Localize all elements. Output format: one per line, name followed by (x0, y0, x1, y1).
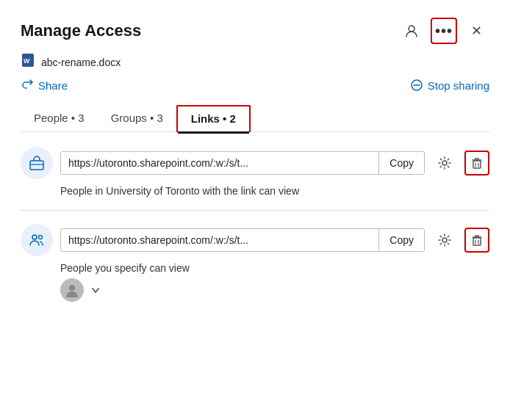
header-row: Manage Access ••• ✕ (21, 18, 489, 44)
person-icon-button[interactable] (398, 18, 425, 44)
trash-icon-2 (470, 233, 484, 247)
svg-point-17 (69, 285, 75, 291)
more-options-button[interactable]: ••• (431, 18, 457, 44)
tab-people[interactable]: People • 3 (21, 106, 98, 131)
header-actions: ••• ✕ (398, 18, 489, 44)
svg-point-7 (442, 161, 447, 165)
link-item-2: Copy People you specify can view (21, 224, 489, 302)
close-icon: ✕ (471, 23, 482, 39)
share-icon (21, 79, 34, 92)
tab-links[interactable]: Links • 2 (176, 105, 251, 132)
link-item-1-row: Copy (21, 147, 489, 179)
settings-button-1[interactable] (432, 151, 457, 175)
people-avatar-row (60, 278, 489, 302)
avatar (60, 278, 84, 302)
page-title: Manage Access (21, 21, 141, 40)
people-icon (28, 231, 46, 249)
word-file-icon: W (21, 53, 35, 71)
briefcase-icon (28, 154, 46, 172)
link-desc-1: People in University of Toronto with the… (60, 185, 489, 197)
svg-rect-5 (30, 161, 43, 170)
url-input-wrap-1: Copy (60, 151, 425, 175)
svg-text:W: W (24, 57, 30, 65)
copy-button-2[interactable]: Copy (378, 229, 424, 251)
delete-button-1[interactable] (464, 151, 489, 175)
settings-button-2[interactable] (432, 228, 457, 253)
svg-point-13 (442, 238, 447, 242)
url-input-wrap-2: Copy (60, 228, 425, 252)
link-icon-2-wrap (21, 224, 53, 256)
url-input-1[interactable] (61, 152, 378, 174)
tabs-row: People • 3 Groups • 3 Links • 2 (21, 105, 489, 132)
copy-button-1[interactable]: Copy (378, 152, 424, 174)
chevron-down-icon (90, 284, 101, 296)
file-row: W abc-rename.docx (21, 53, 489, 71)
gear-icon-2 (437, 233, 452, 247)
person-icon (404, 23, 419, 38)
avatar-expand-button[interactable] (90, 284, 101, 296)
divider (21, 210, 489, 211)
share-row: Share Stop sharing (21, 79, 489, 92)
svg-point-12 (39, 236, 43, 239)
stop-sharing-icon (410, 79, 423, 92)
svg-rect-8 (473, 161, 481, 168)
trash-icon-1 (470, 156, 484, 170)
more-icon: ••• (435, 23, 453, 40)
link-item-1: Copy People in University of Toronto wit… (21, 147, 489, 197)
delete-button-2[interactable] (464, 228, 489, 253)
manage-access-panel: Manage Access ••• ✕ W abc-rename.docx (0, 0, 510, 333)
stop-sharing-label: Stop sharing (428, 79, 489, 92)
stop-sharing-link[interactable]: Stop sharing (410, 79, 489, 92)
link-desc-2: People you specify can view (60, 262, 489, 274)
share-label: Share (38, 79, 68, 92)
gear-icon-1 (437, 156, 452, 170)
svg-rect-14 (473, 238, 481, 245)
tab-groups[interactable]: Groups • 3 (98, 106, 176, 131)
link-item-2-row: Copy (21, 224, 489, 256)
file-name: abc-rename.docx (41, 57, 121, 68)
link-icon-1-wrap (21, 147, 53, 179)
close-button[interactable]: ✕ (463, 18, 489, 44)
share-link[interactable]: Share (21, 79, 68, 92)
svg-point-11 (32, 235, 37, 239)
url-input-2[interactable] (61, 229, 378, 251)
svg-point-0 (409, 26, 414, 32)
